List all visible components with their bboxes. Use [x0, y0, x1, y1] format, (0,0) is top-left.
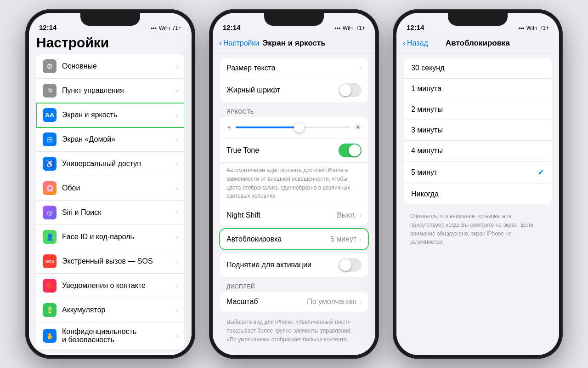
- status-icons-1: ▪▪▪ WiFi 71+: [151, 25, 181, 31]
- toggle-thumb-raise-wake: [339, 259, 351, 271]
- brightness-slider-container[interactable]: ☀ ☀: [226, 122, 362, 132]
- item-icon-contact-notify: 🔴: [43, 279, 57, 293]
- battery-icon-2: 71+: [356, 25, 365, 31]
- settings-item-faceid[interactable]: 👤 Face ID и код-пароль ›: [36, 225, 184, 249]
- toggle-true-tone[interactable]: [339, 144, 362, 157]
- item-chevron-home-screen: ›: [175, 136, 178, 143]
- settings-item-battery[interactable]: 🔋 Аккумулятор ›: [36, 298, 184, 322]
- settings-item-text-size[interactable]: Размер текста ›: [220, 58, 368, 78]
- settings-item-sos[interactable]: SOS Экстренный вызов — SOS ›: [36, 249, 184, 274]
- settings-item-siri[interactable]: ◎ Siri и Поиск ›: [36, 201, 184, 225]
- brightness-min-icon: ☀: [226, 124, 232, 131]
- settings-item-night-shift[interactable]: Night Shift Выкл. ›: [220, 205, 368, 225]
- autolock-footer: Считается, что внимание пользователя при…: [396, 208, 559, 246]
- settings-item-privacy[interactable]: ✋ Конфиденциальность и безопасность ›: [36, 322, 184, 349]
- item-chevron-accessibility: ›: [175, 160, 178, 167]
- settings-item-home-screen[interactable]: ⊞ Экран «Домой» ›: [36, 127, 184, 152]
- item-label-auto-lock: Автоблокировка: [226, 235, 330, 243]
- autolock-option-30s[interactable]: 30 секунд: [404, 58, 552, 79]
- true-tone-description: Автоматически адаптировать дисплей iPhon…: [220, 163, 368, 205]
- item-icon-siri: ◎: [43, 206, 57, 219]
- phone-1: 12:14 ▪▪▪ WiFi 71+ Настройки ⚙ Основные …: [25, 9, 195, 359]
- item-chevron-zoom: ›: [359, 298, 362, 305]
- item-label-privacy: Конфиденциальность и безопасность: [62, 328, 175, 344]
- autolock-option-3m[interactable]: 3 минуты: [404, 120, 552, 141]
- settings-item-true-tone[interactable]: True Tone: [220, 138, 368, 163]
- autolock-checkmark-5m: ✓: [537, 167, 544, 178]
- item-icon-wallpaper: 🌸: [43, 181, 57, 195]
- wifi-icon: WiFi: [159, 25, 170, 31]
- brightness-slider-row: ☀ ☀: [220, 117, 368, 138]
- battery-icon: 71+: [172, 25, 181, 31]
- item-icon-screen-brightness: AA: [43, 108, 57, 122]
- signal-icon-2: ▪▪▪: [334, 25, 340, 31]
- notch-1: [80, 13, 140, 26]
- item-label-wallpaper: Обои: [62, 184, 175, 192]
- autolock-option-never[interactable]: Никогда: [404, 184, 552, 204]
- settings-group-2: 🅐 App Store › 💳 Wallet и Apple Pay › 🔑 П…: [36, 353, 184, 355]
- item-icon-sos: SOS: [43, 254, 57, 268]
- section-label-brightness: ЯРКОСТЬ: [213, 106, 375, 117]
- autolock-option-4m[interactable]: 4 минуты: [404, 141, 552, 161]
- item-label-night-shift: Night Shift: [226, 211, 337, 219]
- nav-title-2: Экран и яркость: [262, 39, 326, 48]
- nav-back-label-2[interactable]: Настройки: [223, 39, 259, 47]
- brightness-slider-track[interactable]: [236, 126, 351, 128]
- settings-item-auto-lock[interactable]: Автоблокировка 5 минут ›: [220, 229, 368, 249]
- settings-group-display: Масштаб По умолчанию ›: [220, 292, 368, 312]
- autolock-option-1m[interactable]: 1 минута: [404, 79, 552, 99]
- signal-icon: ▪▪▪: [151, 25, 157, 31]
- battery-icon-3: 71+: [540, 25, 549, 31]
- settings-item-control-center[interactable]: ⧉ Пункт управления ›: [36, 79, 184, 103]
- item-icon-faceid: 👤: [43, 230, 57, 244]
- item-icon-battery: 🔋: [43, 303, 57, 317]
- settings-item-bold-font[interactable]: Жирный шрифт: [220, 78, 368, 102]
- item-chevron-text-size: ›: [359, 64, 362, 72]
- nav-back-2[interactable]: ‹ Настройки: [219, 38, 259, 48]
- brightness-slider-thumb[interactable]: [294, 122, 304, 132]
- phone-3: 12:14 ▪▪▪ WiFi 71+ ‹ Назад Автоблокировк…: [393, 9, 563, 359]
- settings-group-1: ⚙ Основные › ⧉ Пункт управления › AA Экр…: [36, 54, 184, 349]
- nav-back-label-3[interactable]: Назад: [407, 39, 428, 47]
- settings-item-contact-notify[interactable]: 🔴 Уведомления о контакте ›: [36, 274, 184, 298]
- item-chevron-sos: ›: [175, 258, 178, 265]
- settings-group-brightness: ☀ ☀ True Tone Автоматически ад: [220, 117, 368, 225]
- item-label-true-tone: True Tone: [226, 146, 339, 155]
- page-title-1: Настройки: [36, 35, 184, 51]
- item-label-general: Основные: [62, 62, 175, 70]
- settings-item-raise-wake[interactable]: Поднятие для активации: [220, 253, 368, 277]
- item-value-night-shift: Выкл.: [337, 211, 356, 219]
- item-chevron-general: ›: [175, 63, 178, 70]
- autolock-options-group: 30 секунд 1 минута 2 минуты 3 минуты 4 м…: [404, 58, 552, 204]
- settings-item-screen-brightness[interactable]: AA Экран и яркость ›: [36, 103, 184, 127]
- item-icon-home-screen: ⊞: [43, 132, 57, 146]
- autolock-option-5m[interactable]: 5 минут ✓: [404, 161, 552, 184]
- status-icons-3: ▪▪▪ WiFi 71+: [518, 25, 549, 31]
- wifi-icon-3: WiFi: [526, 25, 537, 31]
- nav-bar-2: ‹ Настройки Экран и яркость: [213, 33, 375, 53]
- toggle-raise-wake[interactable]: [339, 258, 362, 272]
- item-label-screen-brightness: Экран и яркость: [62, 111, 175, 119]
- toggle-bold-font[interactable]: [339, 83, 362, 97]
- settings-item-zoom[interactable]: Масштаб По умолчанию ›: [220, 292, 368, 312]
- item-label-faceid: Face ID и код-пароль: [62, 233, 175, 241]
- settings-item-wallpaper[interactable]: 🌸 Обои ›: [36, 176, 184, 201]
- settings-item-accessibility[interactable]: ♿ Универсальный доступ ›: [36, 152, 184, 176]
- item-label-control-center: Пункт управления: [62, 86, 175, 95]
- autolock-label-3m: 3 минуты: [411, 126, 544, 134]
- zoom-description: Выберите вид для iPhone: «Увеличенный те…: [213, 316, 375, 348]
- item-icon-general: ⚙: [43, 59, 57, 73]
- nav-back-3[interactable]: ‹ Назад: [403, 38, 428, 48]
- status-time-1: 12:14: [39, 23, 57, 31]
- autolock-option-2m[interactable]: 2 минуты: [404, 99, 552, 120]
- settings-item-general[interactable]: ⚙ Основные ›: [36, 54, 184, 79]
- item-label-home-screen: Экран «Домой»: [62, 135, 175, 144]
- item-label-battery: Аккумулятор: [62, 306, 175, 314]
- item-icon-control-center: ⧉: [43, 84, 57, 98]
- zoom-desc-text: Выберите вид для iPhone: «Увеличенный те…: [226, 319, 352, 343]
- toggle-thumb-true-tone: [349, 144, 361, 156]
- wifi-icon-2: WiFi: [343, 25, 354, 31]
- settings-item-appstore[interactable]: 🅐 App Store ›: [36, 353, 184, 355]
- settings-group-screen-1: Размер текста › Жирный шрифт: [220, 58, 368, 102]
- autolock-label-5m: 5 минут: [411, 168, 537, 177]
